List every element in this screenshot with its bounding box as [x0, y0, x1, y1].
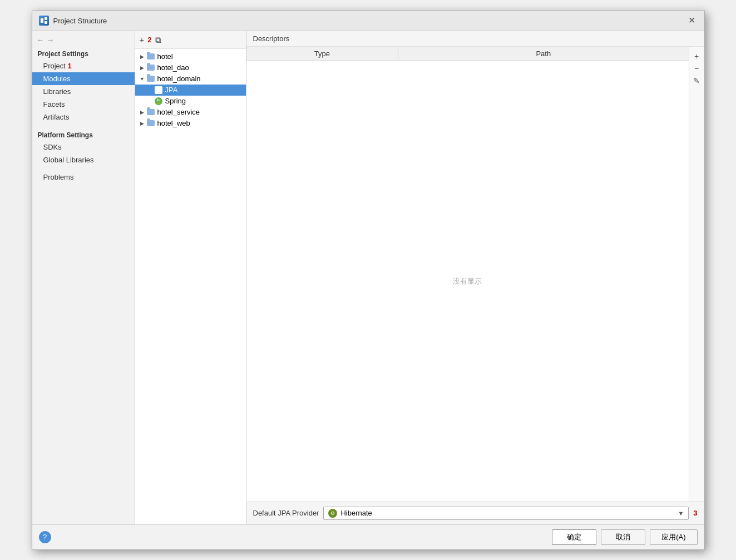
- folder-icon: [146, 108, 155, 117]
- app-icon: [39, 16, 49, 26]
- copy-module-button[interactable]: ⧉: [154, 34, 162, 45]
- problems-section: Problems: [32, 166, 135, 186]
- node-label: hotel_service: [157, 108, 200, 116]
- sidebar-item-facets[interactable]: Facets: [32, 98, 135, 111]
- table-actions: + − ✎: [689, 47, 704, 502]
- tree-node-hotel-dao[interactable]: ▶ hotel_dao: [135, 62, 246, 73]
- node-label: hotel_domain: [157, 75, 201, 83]
- hibernate-icon: ⚙: [328, 509, 337, 518]
- sidebar-item-label: Artifacts: [43, 113, 70, 121]
- sidebar-item-label: Global Libraries: [43, 156, 94, 164]
- cancel-button[interactable]: 取消: [601, 529, 645, 545]
- sidebar: ← → Project Settings Project 1 Modules L…: [32, 31, 135, 524]
- project-structure-dialog: Project Structure ✕ ← → Project Settings…: [32, 11, 705, 550]
- svg-rect-0: [41, 18, 43, 23]
- sidebar-item-label: Project: [43, 62, 68, 70]
- ok-button[interactable]: 确定: [552, 529, 596, 545]
- tree-panel: + 2 ⧉ ▶ hotel ▶: [135, 31, 246, 524]
- node-label: Spring: [165, 97, 186, 105]
- forward-button[interactable]: →: [47, 36, 55, 44]
- sidebar-item-problems[interactable]: Problems: [38, 171, 129, 184]
- step3-badge: 3: [693, 509, 697, 517]
- table-container: Type Path 没有显示 + − ✎: [246, 47, 704, 502]
- sidebar-item-libraries[interactable]: Libraries: [32, 85, 135, 98]
- apply-button[interactable]: 应用(A): [650, 529, 697, 545]
- tree-node-hotel-web[interactable]: ▶ hotel_web: [135, 118, 246, 129]
- empty-text: 没有显示: [453, 276, 482, 286]
- descriptors-table: Type Path 没有显示: [246, 47, 689, 502]
- svg-rect-2: [45, 21, 47, 24]
- type-column-header: Type: [246, 47, 399, 61]
- title-bar: Project Structure ✕: [32, 11, 704, 31]
- tree-node-hotel-service[interactable]: ▶ hotel_service: [135, 107, 246, 118]
- help-button[interactable]: ?: [39, 531, 51, 543]
- dialog-title: Project Structure: [53, 17, 107, 25]
- dropdown-arrow-icon: ▼: [678, 510, 684, 517]
- folder-icon: [146, 119, 155, 128]
- platform-settings-label: Platform Settings: [32, 128, 135, 141]
- folder-icon: [146, 75, 155, 83]
- step1-badge: 1: [68, 62, 72, 70]
- jpa-provider-label: Default JPA Provider: [253, 509, 319, 517]
- node-label: JPA: [165, 86, 178, 94]
- footer-left: ?: [39, 531, 51, 543]
- tree-node-hotel[interactable]: ▶ hotel: [135, 51, 246, 62]
- provider-name: Hibernate: [340, 509, 372, 517]
- remove-descriptor-button[interactable]: −: [691, 63, 702, 73]
- expand-arrow[interactable]: ▶: [139, 108, 146, 116]
- nav-arrows: ← →: [32, 33, 135, 47]
- folder-icon: [146, 63, 155, 72]
- sidebar-item-global-libraries[interactable]: Global Libraries: [32, 153, 135, 166]
- add-module-button[interactable]: +: [139, 34, 146, 45]
- sidebar-item-label: Libraries: [43, 87, 71, 96]
- sidebar-item-project[interactable]: Project 1: [32, 60, 135, 72]
- tree-content: ▶ hotel ▶ hotel_dao ▼: [135, 49, 246, 524]
- node-label: hotel_dao: [157, 63, 189, 72]
- expand-arrow[interactable]: ▶: [139, 120, 146, 127]
- sidebar-item-label: Problems: [43, 173, 74, 181]
- spring-icon: 🍃: [154, 97, 163, 106]
- copy-icon: ⧉: [155, 35, 161, 44]
- sidebar-item-label: SDKs: [43, 143, 62, 151]
- tree-node-spring[interactable]: 🍃 Spring: [135, 96, 246, 107]
- descriptors-header: Descriptors: [246, 31, 704, 47]
- tree-toolbar: + 2 ⧉: [135, 31, 246, 49]
- svg-rect-1: [45, 17, 47, 20]
- node-label: hotel: [157, 52, 173, 61]
- add-icon: +: [140, 35, 145, 44]
- node-label: hotel_web: [157, 119, 190, 127]
- folder-icon: [146, 52, 155, 61]
- footer: ? 确定 取消 应用(A): [32, 524, 704, 549]
- content-panel: Descriptors Type Path 没有显示 + − ✎: [246, 31, 704, 524]
- close-button[interactable]: ✕: [686, 15, 698, 26]
- sidebar-item-artifacts[interactable]: Artifacts: [32, 111, 135, 123]
- provider-select[interactable]: ⚙ Hibernate ▼: [323, 507, 689, 520]
- sidebar-item-modules[interactable]: Modules: [32, 72, 135, 85]
- add-descriptor-button[interactable]: +: [691, 51, 702, 61]
- expand-arrow[interactable]: ▶: [139, 64, 146, 72]
- bottom-bar: Default JPA Provider ⚙ Hibernate ▼ 3: [246, 502, 704, 524]
- back-button[interactable]: ←: [37, 36, 45, 44]
- step2-badge: 2: [147, 36, 151, 44]
- edit-descriptor-button[interactable]: ✎: [691, 76, 702, 86]
- title-bar-left: Project Structure: [39, 16, 107, 26]
- table-body: 没有显示: [246, 61, 689, 502]
- table-header: Type Path: [246, 47, 689, 61]
- tree-node-jpa[interactable]: JPA JPA: [135, 85, 246, 96]
- tree-node-hotel-domain[interactable]: ▼ hotel_domain: [135, 73, 246, 85]
- sidebar-item-label: Modules: [43, 75, 71, 83]
- sidebar-item-label: Facets: [43, 100, 65, 108]
- expand-arrow[interactable]: ▶: [139, 53, 146, 61]
- main-content: ← → Project Settings Project 1 Modules L…: [32, 31, 704, 524]
- expand-arrow[interactable]: ▼: [139, 75, 146, 83]
- jpa-icon: JPA: [154, 86, 163, 95]
- sidebar-item-sdks[interactable]: SDKs: [32, 141, 135, 153]
- project-settings-label: Project Settings: [32, 47, 135, 60]
- path-column-header: Path: [398, 47, 688, 61]
